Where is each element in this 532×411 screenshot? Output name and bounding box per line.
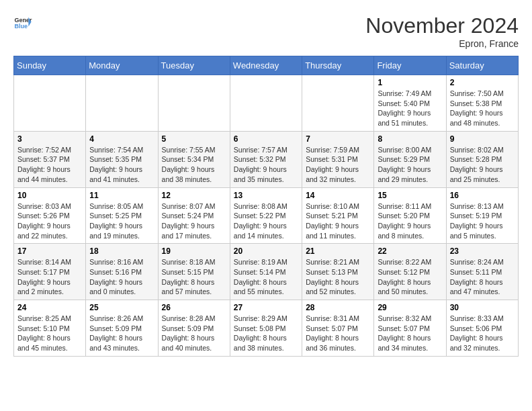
- day-number: 20: [234, 246, 298, 256]
- day-number: 24: [17, 303, 82, 312]
- calendar-cell: 5Sunrise: 7:55 AMSunset: 5:34 PMDaylight…: [158, 131, 230, 187]
- day-number: 7: [306, 134, 370, 144]
- calendar-cell: 26Sunrise: 8:28 AMSunset: 5:09 PMDayligh…: [158, 300, 230, 357]
- day-info: Sunrise: 8:21 AMSunset: 5:13 PMDaylight:…: [306, 257, 370, 297]
- day-number: 13: [234, 191, 298, 200]
- day-info: Sunrise: 8:26 AMSunset: 5:09 PMDaylight:…: [89, 314, 154, 353]
- day-info: Sunrise: 8:18 AMSunset: 5:15 PMDaylight:…: [162, 257, 226, 297]
- day-info: Sunrise: 7:52 AMSunset: 5:37 PMDaylight:…: [17, 145, 82, 185]
- svg-text:Blue: Blue: [14, 23, 28, 30]
- day-number: 29: [378, 303, 442, 312]
- calendar-cell: 18Sunrise: 8:16 AMSunset: 5:16 PMDayligh…: [86, 244, 158, 300]
- calendar-cell: 17Sunrise: 8:14 AMSunset: 5:17 PMDayligh…: [14, 244, 86, 300]
- calendar-cell: 22Sunrise: 8:22 AMSunset: 5:12 PMDayligh…: [374, 244, 446, 300]
- calendar-cell: 1Sunrise: 7:49 AMSunset: 5:40 PMDaylight…: [374, 75, 446, 132]
- calendar-cell: [14, 75, 86, 132]
- day-number: 17: [17, 246, 82, 256]
- calendar-cell: 20Sunrise: 8:19 AMSunset: 5:14 PMDayligh…: [230, 244, 302, 300]
- calendar-cell: 7Sunrise: 7:59 AMSunset: 5:31 PMDaylight…: [302, 131, 374, 187]
- calendar-cell: 28Sunrise: 8:31 AMSunset: 5:07 PMDayligh…: [302, 300, 374, 357]
- day-number: 22: [378, 246, 442, 256]
- calendar-cell: 14Sunrise: 8:10 AMSunset: 5:21 PMDayligh…: [302, 187, 374, 244]
- calendar-cell: 4Sunrise: 7:54 AMSunset: 5:35 PMDaylight…: [86, 131, 158, 187]
- day-of-week-header: Sunday: [14, 56, 86, 75]
- page-header: General Blue November 2024 Epron, France: [13, 13, 519, 49]
- day-number: 2: [450, 78, 515, 87]
- calendar-cell: 15Sunrise: 8:11 AMSunset: 5:20 PMDayligh…: [374, 187, 446, 244]
- calendar-cell: 19Sunrise: 8:18 AMSunset: 5:15 PMDayligh…: [158, 244, 230, 300]
- calendar-cell: 10Sunrise: 8:03 AMSunset: 5:26 PMDayligh…: [14, 187, 86, 244]
- day-info: Sunrise: 8:32 AMSunset: 5:07 PMDaylight:…: [378, 314, 442, 353]
- calendar-cell: 25Sunrise: 8:26 AMSunset: 5:09 PMDayligh…: [86, 300, 158, 357]
- day-number: 30: [450, 303, 515, 312]
- calendar-cell: [302, 75, 374, 132]
- calendar-week-row: 3Sunrise: 7:52 AMSunset: 5:37 PMDaylight…: [14, 131, 519, 187]
- day-info: Sunrise: 8:05 AMSunset: 5:25 PMDaylight:…: [89, 201, 154, 241]
- calendar-cell: [230, 75, 302, 132]
- location: Epron, France: [365, 38, 519, 49]
- day-of-week-header: Tuesday: [158, 56, 230, 75]
- day-info: Sunrise: 8:13 AMSunset: 5:19 PMDaylight:…: [450, 201, 515, 241]
- calendar-week-row: 1Sunrise: 7:49 AMSunset: 5:40 PMDaylight…: [14, 75, 519, 132]
- day-number: 3: [17, 134, 82, 144]
- calendar-cell: 29Sunrise: 8:32 AMSunset: 5:07 PMDayligh…: [374, 300, 446, 357]
- day-of-week-header: Thursday: [302, 56, 374, 75]
- calendar-header-row: SundayMondayTuesdayWednesdayThursdayFrid…: [14, 56, 519, 75]
- day-number: 4: [89, 134, 154, 144]
- day-info: Sunrise: 7:59 AMSunset: 5:31 PMDaylight:…: [306, 145, 370, 185]
- day-number: 14: [306, 191, 370, 200]
- calendar-cell: 27Sunrise: 8:29 AMSunset: 5:08 PMDayligh…: [230, 300, 302, 357]
- calendar-table: SundayMondayTuesdayWednesdayThursdayFrid…: [13, 56, 519, 357]
- title-area: November 2024 Epron, France: [365, 13, 519, 49]
- day-info: Sunrise: 8:29 AMSunset: 5:08 PMDaylight:…: [234, 314, 298, 353]
- day-info: Sunrise: 8:31 AMSunset: 5:07 PMDaylight:…: [306, 314, 370, 353]
- day-number: 12: [162, 191, 226, 200]
- day-info: Sunrise: 8:14 AMSunset: 5:17 PMDaylight:…: [17, 257, 82, 297]
- calendar-cell: 9Sunrise: 8:02 AMSunset: 5:28 PMDaylight…: [446, 131, 518, 187]
- month-title: November 2024: [365, 13, 519, 38]
- calendar-cell: 11Sunrise: 8:05 AMSunset: 5:25 PMDayligh…: [86, 187, 158, 244]
- day-info: Sunrise: 7:55 AMSunset: 5:34 PMDaylight:…: [162, 145, 226, 185]
- day-number: 26: [162, 303, 226, 312]
- logo-icon: General Blue: [13, 13, 32, 32]
- day-of-week-header: Monday: [86, 56, 158, 75]
- day-info: Sunrise: 8:33 AMSunset: 5:06 PMDaylight:…: [450, 314, 515, 353]
- day-number: 18: [89, 246, 154, 256]
- calendar-cell: 30Sunrise: 8:33 AMSunset: 5:06 PMDayligh…: [446, 300, 518, 357]
- calendar-week-row: 24Sunrise: 8:25 AMSunset: 5:10 PMDayligh…: [14, 300, 519, 357]
- calendar-cell: 23Sunrise: 8:24 AMSunset: 5:11 PMDayligh…: [446, 244, 518, 300]
- day-number: 1: [378, 78, 442, 87]
- calendar-cell: 6Sunrise: 7:57 AMSunset: 5:32 PMDaylight…: [230, 131, 302, 187]
- day-number: 8: [378, 134, 442, 144]
- day-of-week-header: Friday: [374, 56, 446, 75]
- calendar-cell: [158, 75, 230, 132]
- day-info: Sunrise: 8:16 AMSunset: 5:16 PMDaylight:…: [89, 257, 154, 297]
- day-info: Sunrise: 7:49 AMSunset: 5:40 PMDaylight:…: [378, 89, 442, 128]
- day-number: 21: [306, 246, 370, 256]
- calendar-week-row: 17Sunrise: 8:14 AMSunset: 5:17 PMDayligh…: [14, 244, 519, 300]
- calendar-cell: [86, 75, 158, 132]
- calendar-cell: 8Sunrise: 8:00 AMSunset: 5:29 PMDaylight…: [374, 131, 446, 187]
- day-of-week-header: Wednesday: [230, 56, 302, 75]
- calendar-cell: 2Sunrise: 7:50 AMSunset: 5:38 PMDaylight…: [446, 75, 518, 132]
- day-number: 5: [162, 134, 226, 144]
- day-info: Sunrise: 8:25 AMSunset: 5:10 PMDaylight:…: [17, 314, 82, 353]
- day-info: Sunrise: 8:11 AMSunset: 5:20 PMDaylight:…: [378, 201, 442, 241]
- day-info: Sunrise: 8:10 AMSunset: 5:21 PMDaylight:…: [306, 201, 370, 241]
- day-info: Sunrise: 8:24 AMSunset: 5:11 PMDaylight:…: [450, 257, 515, 297]
- day-number: 10: [17, 191, 82, 200]
- logo: General Blue: [13, 13, 32, 32]
- day-number: 23: [450, 246, 515, 256]
- day-number: 19: [162, 246, 226, 256]
- day-number: 11: [89, 191, 154, 200]
- day-number: 9: [450, 134, 515, 144]
- day-info: Sunrise: 8:00 AMSunset: 5:29 PMDaylight:…: [378, 145, 442, 185]
- day-number: 27: [234, 303, 298, 312]
- day-info: Sunrise: 8:07 AMSunset: 5:24 PMDaylight:…: [162, 201, 226, 241]
- day-info: Sunrise: 8:03 AMSunset: 5:26 PMDaylight:…: [17, 201, 82, 241]
- calendar-cell: 12Sunrise: 8:07 AMSunset: 5:24 PMDayligh…: [158, 187, 230, 244]
- calendar-cell: 24Sunrise: 8:25 AMSunset: 5:10 PMDayligh…: [14, 300, 86, 357]
- day-info: Sunrise: 8:02 AMSunset: 5:28 PMDaylight:…: [450, 145, 515, 185]
- day-info: Sunrise: 8:28 AMSunset: 5:09 PMDaylight:…: [162, 314, 226, 353]
- calendar-cell: 3Sunrise: 7:52 AMSunset: 5:37 PMDaylight…: [14, 131, 86, 187]
